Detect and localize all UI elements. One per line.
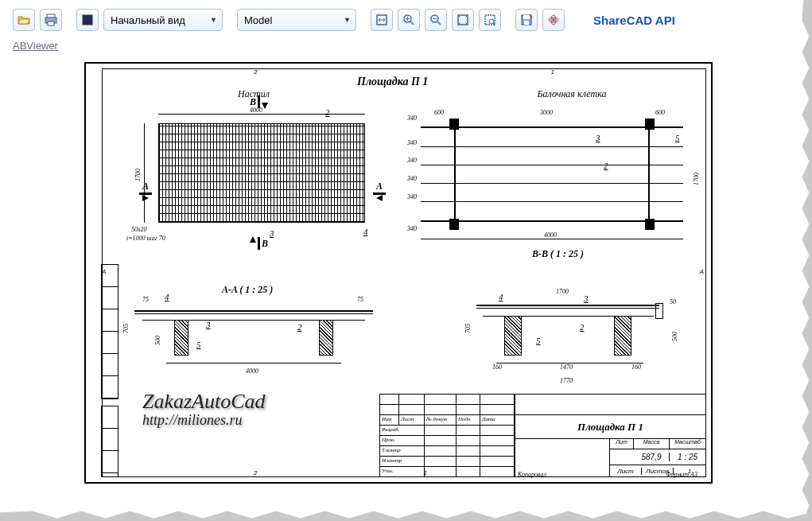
dim: 4000	[544, 231, 557, 239]
toolbar: Начальный вид Model ShareCAD API	[0, 0, 812, 40]
callout: 4	[165, 292, 169, 301]
note: 50x20	[131, 226, 147, 233]
dim: 1700	[693, 173, 700, 185]
grating-plan	[158, 123, 365, 223]
drawing-canvas[interactable]: 2 1 2 1 А А Площадка П 1 Настил Балочная…	[13, 62, 790, 499]
copied-label: Копировал	[518, 471, 546, 478]
callout: 2	[297, 322, 302, 332]
callout: 2	[580, 322, 585, 332]
open-button[interactable]	[13, 9, 35, 31]
save-button[interactable]	[515, 9, 538, 31]
dim: 340	[407, 175, 417, 182]
layout-select-value: Model	[244, 14, 272, 26]
zoom-extents-button[interactable]	[452, 9, 474, 31]
svg-rect-2	[48, 21, 54, 25]
layout-select[interactable]: Model	[237, 9, 356, 31]
dim: 1700	[556, 288, 569, 295]
svg-point-15	[552, 18, 555, 21]
zoom-in-button[interactable]	[398, 9, 420, 31]
print-button[interactable]	[40, 9, 62, 31]
dim: 1700	[134, 169, 142, 181]
section-bb-title: В-В ( 1 : 25 )	[532, 248, 584, 260]
section-aa-view	[134, 304, 373, 364]
callout: 2	[604, 161, 608, 170]
side-stamp-1	[101, 264, 118, 399]
format-label: Формат A3	[666, 471, 697, 478]
svg-rect-11	[523, 15, 530, 19]
dim: 340	[407, 225, 417, 232]
section-aa-title: A-A ( 1 : 25 )	[222, 284, 273, 296]
drawing-frame: 2 1 2 1 А А Площадка П 1 Настил Балочная…	[84, 62, 713, 484]
callout: 3	[596, 133, 600, 142]
dim: 340	[407, 139, 417, 146]
dim: 50	[670, 298, 676, 305]
dim: 75	[357, 296, 363, 303]
drawing-title: Площадка П 1	[357, 76, 428, 88]
beam-grid-plan	[421, 119, 683, 230]
dim: 75	[142, 296, 149, 303]
dim: 600	[434, 109, 444, 116]
section-mark-a-right: A	[371, 181, 387, 201]
callout: 4	[499, 292, 503, 301]
dim: 1470	[560, 364, 573, 371]
3d-orbit-button[interactable]	[542, 9, 565, 31]
note: t=1000 шаг 70	[126, 235, 165, 242]
zoom-window-button[interactable]	[479, 9, 501, 31]
torn-edge-right	[798, 0, 812, 521]
callout: 3	[270, 228, 274, 238]
section-mark-b-bot: В	[250, 236, 268, 251]
callout: 3	[584, 294, 589, 303]
tb-title: Площадка П 1	[515, 415, 705, 439]
title-block: ИзмЛист№ докумПодпДата Разраб. Пров. Т.к…	[379, 394, 705, 476]
view-select-value: Начальный вид	[111, 14, 185, 26]
zoom-out-button[interactable]	[425, 9, 447, 31]
inner-frame: 2 1 2 1 А А Площадка П 1 Настил Балочная…	[102, 68, 706, 477]
frame-tick: А	[700, 268, 704, 275]
black-bg-button[interactable]	[76, 9, 99, 31]
dim: 600	[655, 109, 665, 116]
frame-tick: А	[102, 268, 106, 275]
callout: 3	[206, 320, 211, 329]
svg-rect-12	[524, 21, 529, 25]
dim: 500	[154, 336, 161, 345]
dim: 4000	[246, 367, 258, 375]
dim: 705	[464, 324, 472, 333]
watermark: ZakazAutoCad http://miliones.ru	[142, 391, 266, 429]
callout: 2	[325, 107, 330, 117]
frame-tick: 1	[551, 68, 554, 76]
callout: 5	[536, 336, 541, 345]
torn-edge-bottom	[0, 507, 812, 521]
dim: 1770	[560, 377, 573, 384]
dim: 340	[407, 193, 417, 200]
dim: 340	[407, 157, 417, 164]
callout: 5	[196, 340, 201, 349]
view2-label: Балочная клетка	[524, 88, 620, 100]
frame-tick: 2	[254, 68, 257, 76]
dim: 340	[407, 115, 417, 122]
dim: 705	[122, 324, 130, 333]
frame-tick: 2	[254, 469, 257, 476]
dim: 160	[492, 364, 502, 371]
view-select[interactable]: Начальный вид	[103, 9, 223, 31]
dim: 500	[671, 332, 678, 341]
dim: 160	[631, 364, 641, 371]
side-stamp-2	[101, 406, 118, 477]
sharecad-api-link[interactable]: ShareCAD API	[593, 14, 675, 27]
dim: 3000	[540, 109, 553, 116]
tb-scale: 1 : 25	[670, 453, 705, 461]
section-bb-view	[476, 300, 675, 371]
section-mark-b-top: В	[250, 95, 268, 109]
tb-mass: 587,9	[634, 453, 670, 461]
fit-width-button[interactable]	[371, 9, 393, 31]
callout: 4	[363, 227, 368, 236]
svg-rect-3	[83, 15, 92, 25]
abviewer-link[interactable]: ABViewer	[13, 40, 58, 52]
section-mark-a-left: A	[138, 181, 153, 201]
callout: 5	[675, 133, 680, 142]
